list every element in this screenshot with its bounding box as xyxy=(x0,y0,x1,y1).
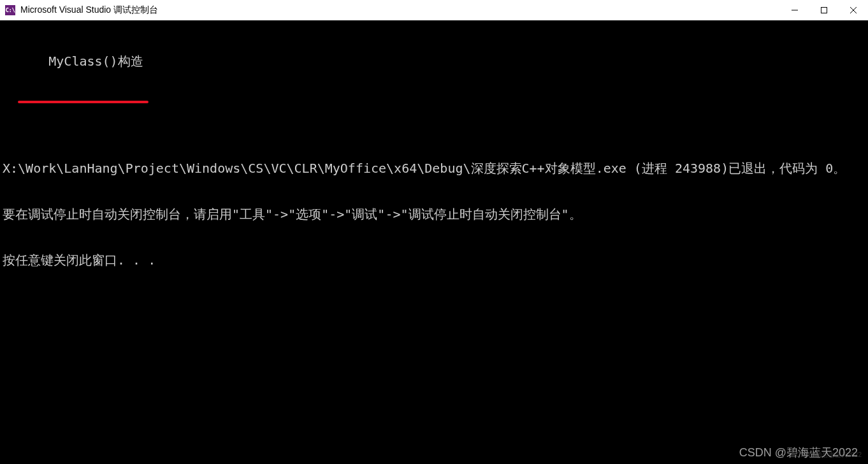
annotation-underline xyxy=(18,101,148,103)
watermark-faint-text: CSDN @碧海蓝天2022 xyxy=(795,447,862,463)
window-title: Microsoft Visual Studio 调试控制台 xyxy=(20,4,780,16)
watermark-text: CSDN @碧海蓝天2022 xyxy=(739,445,858,460)
titlebar[interactable]: C:\ Microsoft Visual Studio 调试控制台 xyxy=(0,0,868,20)
press-any-key-line: 按任意键关闭此窗口. . . xyxy=(3,252,865,268)
minimize-button[interactable] xyxy=(780,0,809,20)
app-icon: C:\ xyxy=(5,5,15,15)
blank-line xyxy=(3,115,865,130)
maximize-icon xyxy=(821,7,827,13)
minimize-icon xyxy=(792,7,798,13)
program-output-text: MyClass()构造 xyxy=(48,54,143,69)
maximize-button[interactable] xyxy=(809,0,839,20)
program-output-line: MyClass()构造 xyxy=(18,38,143,99)
console-output[interactable]: MyClass()构造 X:\Work\LanHang\Project\Wind… xyxy=(0,20,868,464)
svg-rect-1 xyxy=(821,7,827,13)
auto-close-hint-line: 要在调试停止时自动关闭控制台，请启用"工具"->"选项"->"调试"->"调试停… xyxy=(3,207,865,222)
exit-message-line: X:\Work\LanHang\Project\Windows\CS\VC\CL… xyxy=(3,161,865,176)
close-icon xyxy=(850,7,857,13)
close-button[interactable] xyxy=(839,0,868,20)
window-controls xyxy=(780,0,868,20)
